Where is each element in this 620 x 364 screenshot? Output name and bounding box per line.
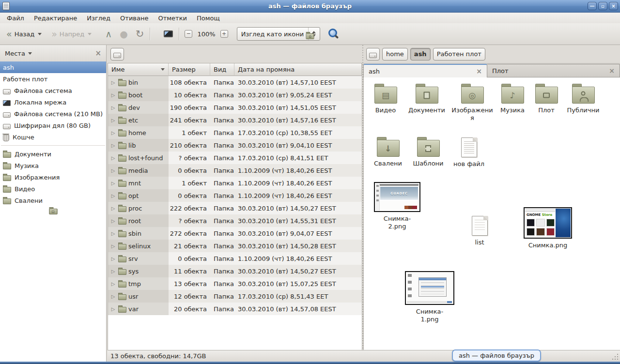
expander-icon[interactable]: ▷ bbox=[110, 181, 116, 186]
menu-item-0[interactable]: Файл bbox=[2, 14, 29, 23]
expander-icon[interactable]: ▷ bbox=[110, 218, 116, 224]
table-row[interactable]: ▷proc222 обектаПапка30.03.2010 (вт) 14,5… bbox=[108, 202, 362, 214]
table-row[interactable]: ▷mnt1 обектПапка1.10.2009 (чт) 18,40,26 … bbox=[108, 177, 362, 189]
back-button[interactable]: « Назад bbox=[4, 28, 44, 41]
sidebar-item-Изображения[interactable]: Изображения bbox=[0, 171, 106, 183]
icon-item-Видео[interactable]: ▤Видео bbox=[368, 83, 403, 114]
close-button[interactable]: × bbox=[609, 2, 618, 10]
table-row[interactable]: ▷root? обектаПапка30.03.2010 (вт) 14,55,… bbox=[108, 214, 362, 227]
expander-icon[interactable]: ▷ bbox=[110, 105, 116, 110]
table-row[interactable]: ▷selinux21 обектаПапка30.03.2010 (вт) 14… bbox=[108, 240, 362, 252]
sidebar-item-Музика[interactable]: Музика bbox=[0, 160, 106, 171]
maximize-button[interactable]: ▫ bbox=[598, 2, 607, 10]
expander-icon[interactable]: ▷ bbox=[110, 256, 116, 261]
table-row[interactable]: ▷home1 обектПапка17.03.2010 (ср) 10,38,5… bbox=[108, 126, 362, 139]
path-button-Работен плот[interactable]: Работен плот bbox=[433, 48, 485, 61]
icon-item-list[interactable]: list bbox=[464, 215, 496, 246]
menu-item-4[interactable]: Отметки bbox=[153, 14, 191, 23]
path-button-ash[interactable]: ash bbox=[410, 48, 431, 61]
path-button-root[interactable] bbox=[366, 48, 380, 61]
back-history-caret-icon[interactable] bbox=[38, 33, 42, 35]
up-button[interactable]: ∧ bbox=[103, 28, 114, 41]
sidebar-item-Свалени[interactable]: Свалени bbox=[0, 195, 106, 206]
table-row[interactable]: ▷bin108 обектаПапка30.03.2010 (вт) 14,57… bbox=[108, 76, 362, 89]
column-header-3[interactable]: Дата на промяна bbox=[234, 63, 362, 76]
menu-item-2[interactable]: Изглед bbox=[82, 14, 115, 23]
column-header-0[interactable]: Име bbox=[108, 63, 169, 76]
sidebar-title[interactable]: Места bbox=[5, 50, 25, 57]
table-row[interactable]: ▷usr12 обектаПапка17.03.2010 (ср) 8,51,4… bbox=[108, 290, 362, 303]
table-row[interactable]: ▷lib210 обектаПапка30.03.2010 (вт) 9,04,… bbox=[108, 139, 362, 152]
sidebar-item-Локална мрежа[interactable]: Локална мрежа bbox=[0, 96, 106, 108]
search-button[interactable] bbox=[327, 28, 340, 40]
table-row[interactable]: ▷tmp13 обектаПапка30.03.2010 (вт) 15,07,… bbox=[108, 277, 362, 290]
expander-icon[interactable]: ▷ bbox=[110, 155, 116, 161]
expander-icon[interactable]: ▷ bbox=[110, 143, 116, 148]
expander-icon[interactable]: ▷ bbox=[110, 281, 116, 287]
icon-item-Документи[interactable]: Документи bbox=[405, 83, 448, 114]
sidebar-mode-caret-icon[interactable] bbox=[28, 52, 32, 55]
sidebar-item-Видео[interactable]: Видео bbox=[0, 183, 106, 195]
table-row[interactable]: ▷sys11 обектаПапка30.03.2010 (вт) 14,50,… bbox=[108, 265, 362, 277]
sidebar-item-Шифриран дял (80 GB)[interactable]: Шифриран дял (80 GB) bbox=[0, 120, 106, 131]
expander-icon[interactable]: ▷ bbox=[110, 193, 116, 198]
sidebar-close-icon[interactable]: × bbox=[95, 49, 101, 58]
expander-icon[interactable]: ▷ bbox=[110, 243, 116, 249]
expander-icon[interactable]: ▷ bbox=[110, 294, 116, 299]
table-row[interactable]: ▷etc241 обектаПапка30.03.2010 (вт) 14,57… bbox=[108, 114, 362, 126]
sidebar-item-ash[interactable]: ash bbox=[0, 61, 106, 73]
table-row[interactable]: ▷srv0 обектаПапка1.10.2009 (чт) 18,40,26… bbox=[108, 252, 362, 265]
sidebar-item-Работен плот[interactable]: Работен плот bbox=[0, 73, 106, 85]
table-row[interactable]: ▷media0 обектаПапка1.10.2009 (чт) 18,40,… bbox=[108, 164, 362, 177]
icon-item-Снимка.png[interactable]: GNOME StoreСнимка.png bbox=[519, 207, 577, 249]
expander-icon[interactable]: ▷ bbox=[110, 269, 116, 274]
expander-icon[interactable]: ▷ bbox=[110, 118, 116, 123]
icon-item-Плот[interactable]: Плот bbox=[531, 83, 561, 114]
menu-item-1[interactable]: Редактиране bbox=[29, 14, 82, 23]
sidebar-item-Кошче[interactable]: Кошче bbox=[0, 131, 106, 143]
table-row[interactable]: ▷opt0 обектаПапка1.10.2009 (чт) 18,40,26… bbox=[108, 189, 362, 202]
icon-item-Изображения[interactable]: ◎Изображения bbox=[451, 83, 494, 122]
minimize-button[interactable]: — bbox=[588, 2, 597, 10]
table-row[interactable]: ▷sbin272 обектаПапка30.03.2010 (вт) 9,04… bbox=[108, 227, 362, 240]
icon-item-Музика[interactable]: ♪Музика bbox=[496, 83, 529, 114]
home-button[interactable] bbox=[154, 32, 158, 36]
icon-item-Снимка-2.png[interactable]: GUADECСнимка-2.png bbox=[372, 182, 423, 230]
forward-history-caret-icon[interactable] bbox=[88, 33, 92, 35]
expander-icon[interactable]: ▷ bbox=[110, 306, 116, 312]
computer-button[interactable] bbox=[161, 29, 175, 39]
column-header-2[interactable]: Вид bbox=[210, 63, 234, 76]
menu-item-3[interactable]: Отиване bbox=[115, 14, 153, 23]
sidebar-item-Документи[interactable]: Документи bbox=[0, 148, 106, 160]
table-row[interactable]: ▷lost+found? обектаПапка17.03.2010 (ср) … bbox=[108, 152, 362, 164]
zoom-out-button[interactable]: − bbox=[185, 30, 192, 38]
icon-item-Свалени[interactable]: ↓Свалени bbox=[370, 136, 406, 167]
stop-button[interactable]: ● bbox=[117, 28, 130, 41]
icon-item-Публични[interactable]: Публични bbox=[563, 83, 603, 114]
tab-Плот[interactable]: Плот× bbox=[487, 64, 620, 77]
sidebar-item-Файлова система (210 MB)[interactable]: Файлова система (210 MB) bbox=[0, 108, 106, 120]
table-row[interactable]: ▷var20 обектаПапка30.03.2010 (вт) 14,57,… bbox=[108, 303, 362, 315]
sidebar-item-Файлова система[interactable]: Файлова система bbox=[0, 85, 106, 96]
table-row[interactable]: ▷dev190 обектаПапка30.03.2010 (вт) 14,51… bbox=[108, 101, 362, 114]
icon-item-Снимка-1.png[interactable]: Снимка-1.png bbox=[402, 271, 458, 323]
reload-button[interactable]: ↻ bbox=[133, 27, 147, 41]
icon-item-Шаблони[interactable]: Шаблони bbox=[409, 136, 447, 167]
tab-close-icon[interactable]: × bbox=[609, 67, 615, 75]
root-location-button[interactable] bbox=[110, 48, 124, 61]
expander-icon[interactable]: ▷ bbox=[110, 130, 116, 136]
zoom-in-button[interactable]: + bbox=[220, 30, 228, 38]
column-header-1[interactable]: Размер bbox=[169, 63, 210, 76]
forward-button[interactable]: » Напред bbox=[49, 28, 94, 41]
icon-item-нов файл[interactable]: нов файл bbox=[450, 136, 488, 168]
expander-icon[interactable]: ▷ bbox=[110, 92, 116, 98]
expander-icon[interactable]: ▷ bbox=[110, 168, 116, 173]
tab-close-icon[interactable]: × bbox=[476, 67, 482, 75]
path-button-home[interactable]: home bbox=[382, 48, 408, 61]
expander-icon[interactable]: ▷ bbox=[110, 206, 116, 211]
expander-icon[interactable]: ▷ bbox=[110, 231, 116, 236]
resize-grip[interactable] bbox=[612, 354, 619, 361]
expander-icon[interactable]: ▷ bbox=[110, 80, 116, 85]
menu-item-5[interactable]: Помощ bbox=[192, 14, 225, 23]
tab-ash[interactable]: ash× bbox=[363, 64, 487, 77]
